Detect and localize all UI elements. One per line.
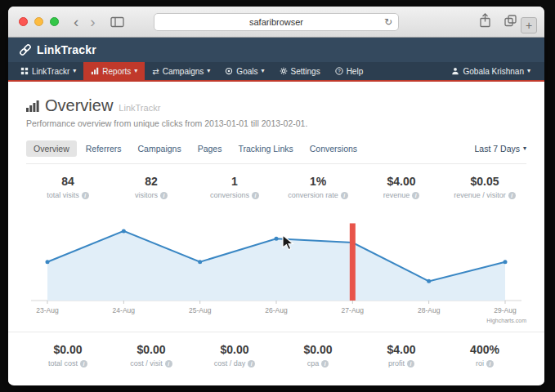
stat-label: cost / visit — [130, 359, 163, 368]
info-icon[interactable]: i — [248, 360, 255, 368]
caret-down-icon: ▾ — [207, 68, 210, 74]
info-icon[interactable]: i — [252, 192, 259, 199]
stat-total-cost: $0.00 total costi — [26, 343, 110, 368]
stat-value: $0.00 — [110, 343, 193, 356]
traffic-chart[interactable]: 23-Aug24-Aug25-Aug26-Aug27-Aug28-Aug29-A… — [26, 209, 526, 332]
nav-reports[interactable]: Reports ▾ — [83, 62, 145, 80]
page-content: Overview LinkTrackr Performance overview… — [8, 82, 544, 384]
back-button[interactable]: ‹ — [74, 14, 78, 29]
tab-overview[interactable]: Overview — [26, 140, 77, 157]
stat-value: $0.00 — [193, 343, 276, 356]
stat-cost-per-visit: $0.00 cost / visiti — [110, 343, 193, 368]
nav-help[interactable]: ? Help — [328, 62, 371, 80]
tab-referrers[interactable]: Referrers — [78, 140, 129, 157]
help-icon: ? — [335, 67, 343, 75]
dashboard-icon — [20, 67, 29, 75]
stats-top-row: 84 total visitsi 82 visitorsi 1 conversi… — [8, 164, 544, 207]
report-tabs: Overview Referrers Campaigns Pages Track… — [26, 140, 526, 164]
page-title: Overview — [45, 96, 113, 115]
info-icon[interactable]: i — [341, 192, 348, 199]
stat-conversions: 1 conversionsi — [193, 175, 276, 199]
stat-cost-per-day: $0.00 cost / dayi — [193, 343, 276, 368]
caret-down-icon: ▾ — [523, 145, 526, 152]
nav-label: Reports — [102, 67, 131, 76]
svg-text:?: ? — [338, 68, 341, 74]
bar-chart-icon — [26, 100, 39, 112]
stat-label: conversions — [210, 191, 249, 199]
app-header: LinkTrackr — [8, 38, 544, 62]
stat-value: $0.05 — [443, 175, 526, 188]
nav-campaigns[interactable]: ⇄ Campaigns ▾ — [145, 62, 217, 80]
info-icon[interactable]: i — [486, 360, 494, 368]
nav-label: Help — [347, 67, 364, 76]
sidebar-toggle-icon[interactable] — [110, 16, 124, 28]
stat-revenue: $4.00 revenuei — [360, 175, 443, 199]
tab-conversions[interactable]: Conversions — [302, 140, 365, 157]
info-icon[interactable]: i — [80, 360, 87, 368]
minimize-window-button[interactable] — [34, 17, 43, 26]
close-window-button[interactable] — [19, 17, 28, 26]
stat-visitors: 82 visitorsi — [110, 175, 193, 199]
date-range-selector[interactable]: Last 7 Days ▾ — [475, 144, 526, 154]
svg-text:23-Aug: 23-Aug — [36, 306, 59, 314]
nav-settings[interactable]: Settings — [272, 62, 328, 80]
refresh-icon[interactable]: ↻ — [384, 16, 392, 28]
stat-label: profit — [388, 359, 405, 368]
stat-cpa: $0.00 cpai — [276, 343, 360, 368]
zoom-window-button[interactable] — [50, 17, 59, 26]
info-icon[interactable]: i — [165, 360, 172, 368]
stat-label: revenue — [383, 191, 410, 199]
stat-profit: $4.00 profiti — [360, 343, 443, 368]
window-controls — [19, 17, 59, 26]
tabs-overview-icon[interactable] — [504, 15, 517, 30]
stat-roi: 400% roii — [443, 343, 526, 368]
stat-label: total visits — [47, 191, 79, 199]
page-heading: Overview LinkTrackr Performance overview… — [8, 82, 544, 128]
stat-value: 82 — [110, 175, 193, 188]
nav-linktrackr[interactable]: LinkTrackr ▾ — [13, 62, 83, 80]
nav-goals[interactable]: Goals ▾ — [217, 62, 271, 80]
info-icon[interactable]: i — [321, 360, 329, 368]
shuffle-icon: ⇄ — [152, 67, 159, 76]
stat-label: cost / day — [214, 359, 246, 368]
stat-label: revenue / visitor — [454, 191, 506, 199]
stat-value: 400% — [443, 343, 526, 356]
stat-total-visits: 84 total visitsi — [26, 175, 110, 199]
svg-text:27-Aug: 27-Aug — [342, 306, 365, 314]
linktrackr-logo-icon — [19, 43, 32, 56]
page-subtitle: Performance overview from unique clicks … — [26, 118, 526, 128]
stat-label: roi — [476, 359, 484, 368]
tab-pages[interactable]: Pages — [190, 140, 230, 157]
chart-canvas: 23-Aug24-Aug25-Aug26-Aug27-Aug28-Aug29-A… — [26, 209, 526, 323]
info-icon[interactable]: i — [412, 192, 419, 199]
settings-gear-icon — [280, 67, 288, 75]
share-icon[interactable] — [479, 13, 491, 31]
stat-label: cpa — [307, 359, 320, 368]
stat-revenue-per-visitor: $0.05 revenue / visitori — [443, 175, 526, 199]
info-icon[interactable]: i — [82, 192, 89, 199]
user-name: Gobala Krishnan — [463, 67, 524, 76]
new-tab-button[interactable]: + — [521, 17, 537, 33]
tab-tracking-links[interactable]: Tracking Links — [231, 140, 300, 157]
browser-window: ‹ › safaribrowser ↻ LinkTrackr — [8, 7, 544, 385]
app-logo: LinkTrackr — [37, 43, 96, 56]
forward-button[interactable]: › — [90, 14, 95, 29]
tab-campaigns[interactable]: Campaigns — [131, 140, 189, 157]
info-icon[interactable]: i — [160, 192, 168, 199]
toolbar-right-actions — [479, 7, 517, 38]
user-menu[interactable]: Gobala Krishnan ▾ — [444, 62, 538, 80]
info-icon[interactable]: i — [407, 360, 414, 368]
address-bar[interactable]: safaribrowser ↻ — [154, 13, 399, 31]
chart-credits: Highcharts.com — [486, 318, 526, 323]
svg-text:28-Aug: 28-Aug — [418, 306, 441, 314]
svg-text:29-Aug: 29-Aug — [494, 306, 517, 314]
stat-value: $0.00 — [276, 343, 360, 356]
stats-bottom-row: $0.00 total costi $0.00 cost / visiti $0… — [8, 332, 544, 376]
date-range-label: Last 7 Days — [475, 144, 520, 154]
info-icon[interactable]: i — [508, 192, 516, 199]
nav-label: Campaigns — [163, 67, 204, 76]
stat-value: $0.00 — [26, 343, 110, 356]
stat-value: $4.00 — [360, 343, 443, 356]
stat-label: conversion rate — [288, 191, 338, 199]
caret-down-icon: ▾ — [134, 68, 137, 74]
